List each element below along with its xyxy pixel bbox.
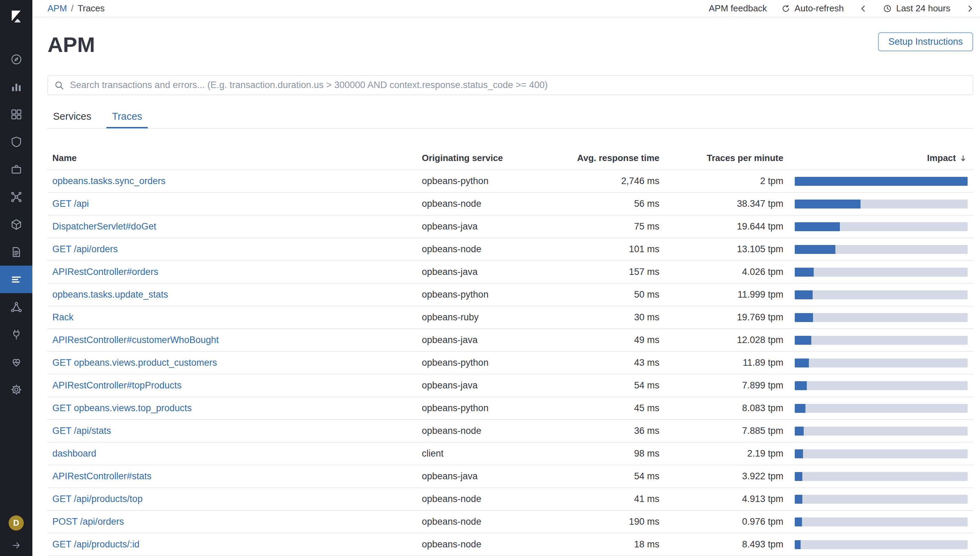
sidebar-item-management[interactable] xyxy=(0,376,32,403)
trace-link[interactable]: POST /api/orders xyxy=(52,516,124,527)
avg-response-time-cell: 75 ms xyxy=(567,221,659,232)
trace-name-cell: APIRestController#topProducts xyxy=(47,380,422,391)
traces-per-minute-cell: 7.885 tpm xyxy=(659,426,783,436)
traces-per-minute-cell: 3.922 tpm xyxy=(659,471,783,482)
impact-bar-fill xyxy=(795,449,803,458)
trace-link[interactable]: GET /api xyxy=(52,199,89,209)
apm-icon xyxy=(10,273,23,286)
tab-services[interactable]: Services xyxy=(47,105,97,128)
impact-bar-fill xyxy=(795,427,804,436)
auto-refresh-button[interactable]: Auto-refresh xyxy=(781,3,844,14)
breadcrumb-apm-link[interactable]: APM xyxy=(47,3,67,14)
breadcrumb-current: Traces xyxy=(78,3,105,14)
impact-bar-track xyxy=(795,404,968,413)
sidebar-item-discover[interactable] xyxy=(0,45,32,73)
trace-link[interactable]: GET opbeans.views.top_products xyxy=(52,403,192,413)
impact-bar-fill xyxy=(795,381,807,390)
impact-bar-track xyxy=(795,449,968,458)
sidebar-nav xyxy=(0,45,32,403)
expand-sidebar-button[interactable] xyxy=(11,540,21,551)
sidebar-item-maps[interactable] xyxy=(0,155,32,183)
sidebar-item-uptime[interactable] xyxy=(0,321,32,348)
management-icon xyxy=(10,383,23,396)
sidebar-item-apm[interactable] xyxy=(0,266,32,293)
avg-response-time-cell: 54 ms xyxy=(567,380,659,391)
impact-bar-track xyxy=(795,336,968,345)
originating-service-cell: opbeans-java xyxy=(422,335,567,346)
space-badge[interactable]: D xyxy=(9,516,24,530)
impact-bar-track xyxy=(795,200,968,208)
traces-per-minute-cell: 8.083 tpm xyxy=(659,403,783,414)
sidebar-item-infrastructure[interactable] xyxy=(0,210,32,238)
impact-bar-fill xyxy=(795,177,968,186)
originating-service-cell: opbeans-node xyxy=(422,426,567,436)
column-header-traces-per-minute[interactable]: Traces per minute xyxy=(659,153,783,163)
impact-cell xyxy=(783,336,973,345)
column-header-impact[interactable]: Impact xyxy=(783,153,973,163)
sidebar-item-graph[interactable] xyxy=(0,293,32,321)
impact-bar-fill xyxy=(795,404,805,413)
impact-bar-track xyxy=(795,381,968,390)
trace-link[interactable]: GET /api/orders xyxy=(52,244,118,254)
sidebar-item-monitoring[interactable] xyxy=(0,348,32,376)
page-title: APM xyxy=(47,32,95,57)
trace-link[interactable]: GET /api/products/:id xyxy=(52,539,139,550)
avg-response-time-cell: 18 ms xyxy=(567,539,659,550)
trace-link[interactable]: GET opbeans.views.product_customers xyxy=(52,357,217,368)
setup-instructions-button[interactable]: Setup Instructions xyxy=(878,32,973,51)
column-header-name[interactable]: Name xyxy=(47,153,422,163)
impact-cell xyxy=(783,290,973,299)
impact-cell xyxy=(783,200,973,208)
trace-link[interactable]: dashboard xyxy=(52,448,96,459)
page-content: APM Setup Instructions Services Traces N… xyxy=(32,17,980,556)
monitoring-icon xyxy=(10,356,23,369)
auto-refresh-label: Auto-refresh xyxy=(794,3,844,14)
trace-link[interactable]: opbeans.tasks.update_stats xyxy=(52,289,168,300)
trace-link[interactable]: APIRestController#stats xyxy=(52,471,152,481)
time-range-picker[interactable]: Last 24 hours xyxy=(883,3,950,14)
previous-time-range-button[interactable] xyxy=(858,3,868,14)
trace-link[interactable]: APIRestController#customerWhoBought xyxy=(52,335,219,345)
machine-learning-icon xyxy=(10,191,23,203)
trace-link[interactable]: opbeans.tasks.sync_orders xyxy=(52,176,166,186)
arrow-right-icon xyxy=(11,540,21,551)
app-sidebar: D xyxy=(0,0,32,556)
apm-feedback-link[interactable]: APM feedback xyxy=(709,3,767,14)
table-row: GET opbeans.views.product_customersopbea… xyxy=(47,352,973,374)
impact-cell xyxy=(783,472,973,481)
originating-service-cell: opbeans-node xyxy=(422,244,567,255)
sidebar-bottom: D xyxy=(0,516,32,556)
impact-bar-track xyxy=(795,427,968,436)
sidebar-item-logs[interactable] xyxy=(0,238,32,266)
uptime-icon xyxy=(10,328,23,341)
kibana-logo[interactable] xyxy=(0,0,32,33)
trace-link[interactable]: DispatcherServlet#doGet xyxy=(52,221,156,231)
sidebar-item-canvas[interactable] xyxy=(0,128,32,155)
avg-response-time-cell: 2,746 ms xyxy=(567,176,659,186)
trace-link[interactable]: APIRestController#orders xyxy=(52,267,159,277)
table-row: Rackopbeans-ruby30 ms19.769 tpm xyxy=(47,306,973,329)
tab-traces[interactable]: Traces xyxy=(106,105,148,128)
avg-response-time-cell: 30 ms xyxy=(567,312,659,323)
column-header-originating-service[interactable]: Originating service xyxy=(422,153,567,163)
table-row: GET /api/products/topopbeans-node41 ms4.… xyxy=(47,488,973,511)
trace-link[interactable]: Rack xyxy=(52,312,74,322)
graph-icon xyxy=(10,301,23,314)
trace-link[interactable]: APIRestController#topProducts xyxy=(52,380,181,391)
sidebar-item-machine-learning[interactable] xyxy=(0,183,32,210)
next-time-range-button[interactable] xyxy=(965,3,975,14)
sidebar-item-dashboard[interactable] xyxy=(0,100,32,128)
table-row: GET /api/statsopbeans-node36 ms7.885 tpm xyxy=(47,420,973,443)
search-input[interactable] xyxy=(69,79,967,91)
trace-link[interactable]: GET /api/stats xyxy=(52,426,111,436)
traces-per-minute-cell: 13.105 tpm xyxy=(659,244,783,255)
column-header-avg-response-time[interactable]: Avg. response time xyxy=(567,153,659,163)
impact-bar-track xyxy=(795,177,968,186)
traces-per-minute-cell: 19.769 tpm xyxy=(659,312,783,323)
sidebar-item-visualize[interactable] xyxy=(0,73,32,100)
search-icon xyxy=(54,80,65,91)
impact-header-label: Impact xyxy=(927,153,956,163)
trace-link[interactable]: GET /api/products/top xyxy=(52,494,143,504)
impact-bar-track xyxy=(795,222,968,231)
table-row: APIRestController#topProductsopbeans-jav… xyxy=(47,374,973,397)
